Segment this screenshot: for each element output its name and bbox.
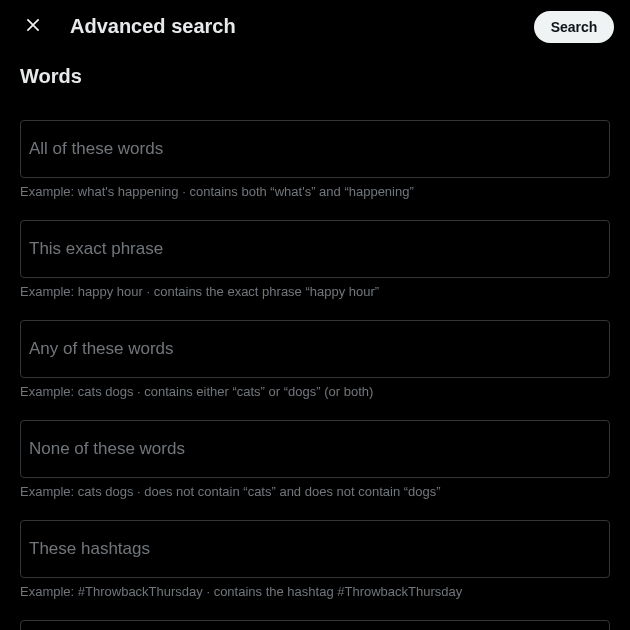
exact-phrase-input[interactable]: [29, 239, 601, 259]
example-exact-phrase: Example: happy hour · contains the exact…: [20, 284, 610, 300]
example-none-words: Example: cats dogs · does not contain “c…: [20, 484, 610, 500]
modal-header: Advanced search Search: [0, 0, 630, 53]
field-all-words: Example: what's happening · contains bot…: [20, 120, 610, 200]
input-wrap-any-words[interactable]: [20, 320, 610, 378]
field-language: Language: [20, 620, 610, 630]
field-any-words: Example: cats dogs · contains either “ca…: [20, 320, 610, 400]
modal-title: Advanced search: [70, 15, 534, 38]
all-words-input[interactable]: [29, 139, 601, 159]
field-none-words: Example: cats dogs · does not contain “c…: [20, 420, 610, 500]
content-area: Words Example: what's happening · contai…: [0, 53, 630, 630]
close-button[interactable]: [16, 10, 50, 44]
section-title-words: Words: [20, 53, 610, 100]
field-hashtags: Example: #ThrowbackThursday · contains t…: [20, 520, 610, 600]
language-select[interactable]: Language: [20, 620, 610, 630]
example-any-words: Example: cats dogs · contains either “ca…: [20, 384, 610, 400]
input-wrap-none-words[interactable]: [20, 420, 610, 478]
hashtags-input[interactable]: [29, 539, 601, 559]
input-wrap-hashtags[interactable]: [20, 520, 610, 578]
field-exact-phrase: Example: happy hour · contains the exact…: [20, 220, 610, 300]
input-wrap-all-words[interactable]: [20, 120, 610, 178]
close-icon: [23, 15, 43, 39]
search-button[interactable]: Search: [534, 11, 614, 43]
example-hashtags: Example: #ThrowbackThursday · contains t…: [20, 584, 610, 600]
example-all-words: Example: what's happening · contains bot…: [20, 184, 610, 200]
none-words-input[interactable]: [29, 439, 601, 459]
any-words-input[interactable]: [29, 339, 601, 359]
input-wrap-exact-phrase[interactable]: [20, 220, 610, 278]
